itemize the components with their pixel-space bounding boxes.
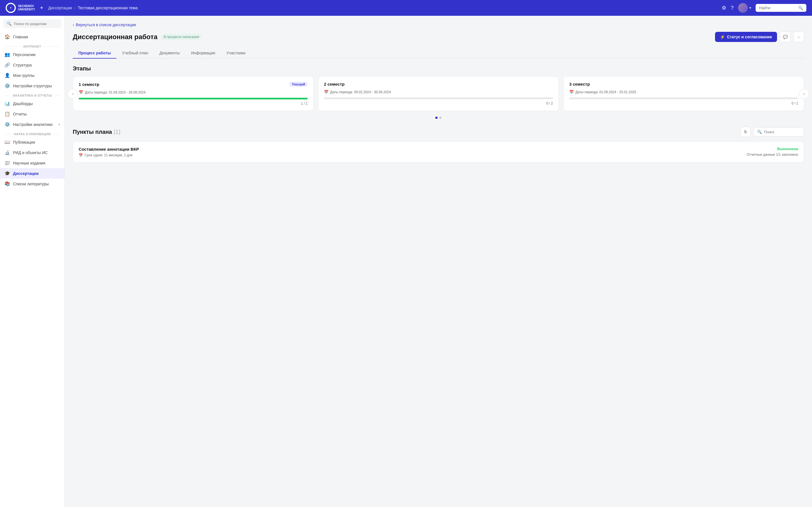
tab-participants[interactable]: Участники (221, 48, 251, 59)
due-calendar-icon: 📅 (79, 153, 83, 157)
plan-item-1-report-label: Отчетные данные (747, 153, 775, 157)
sort-icon: ⇅ (744, 129, 747, 134)
dot-1[interactable] (435, 117, 438, 119)
global-search[interactable]: 🔍 (756, 4, 806, 12)
sidebar: 🔍 🏠 Главная ИНТРАНЕТ 👥 Персоналии 🔗 Стру… (0, 16, 65, 507)
stage-card-3-header: 3 семестр (569, 82, 798, 87)
stage-1-dates: 📅 Даты периода 01.09.2023 - 28.08.2024 (79, 90, 308, 94)
sidebar-item-analytics-settings[interactable]: ⚙️ Настройки аналитики ▾ (0, 119, 64, 129)
groups-icon: 👤 (4, 73, 10, 78)
stage-3-progress-bar (569, 98, 798, 99)
sidebar-item-home[interactable]: 🏠 Главная (0, 32, 64, 42)
chevron-down-icon: ▾ (749, 6, 751, 10)
stage-2-name: 2 семестр (324, 82, 345, 87)
sidebar-item-label: Настройки структуры (13, 83, 52, 88)
sidebar-item-label: Дашборды (13, 101, 33, 106)
breadcrumb-sep: › (74, 6, 75, 10)
stage-3-dates-label: Даты периода (575, 90, 598, 94)
pin-icon[interactable]: ✦ (40, 5, 44, 11)
stage-3-name: 3 семестр (569, 82, 590, 87)
dot-2[interactable] (439, 117, 442, 119)
stage-2-dates-label: Даты периода (330, 90, 352, 94)
search-input[interactable] (759, 6, 796, 10)
back-link[interactable]: ‹ Вернуться в список диссертации (73, 22, 804, 27)
page-header: Диссертационная работа В процессе написа… (73, 32, 804, 42)
sidebar-section-intranet: ИНТРАНЕТ (0, 42, 64, 49)
tab-process[interactable]: Процесс работы (73, 48, 116, 59)
stage-1-progress-fill (79, 98, 308, 100)
more-button[interactable]: ··· (794, 32, 804, 42)
sidebar-item-structure[interactable]: 🔗 Структура (0, 60, 64, 70)
tabs: Процесс работы Учебный план Документы Ин… (73, 48, 804, 59)
stages-container: ‹ 1 семестр Текущий 📅 Даты периода 01.09… (73, 76, 804, 111)
stage-next-button[interactable]: › (799, 89, 809, 99)
plan-item-1-due-value: 11 месяцев, 2 дня (104, 153, 133, 157)
sidebar-item-label: Структура (13, 63, 32, 67)
sidebar-item-label: Главная (13, 35, 28, 39)
user-menu[interactable]: ▾ (738, 3, 751, 13)
breadcrumb: Диссертации › Тестовая диссертационная т… (48, 6, 717, 10)
stage-1-count: 1 / 1 (79, 102, 308, 106)
chevron-icon: ▾ (58, 122, 60, 126)
filters-icon[interactable]: ⚙ (722, 5, 726, 11)
comment-button[interactable]: 💬 (780, 32, 791, 42)
back-link-text: Вернуться в список диссертации (76, 22, 136, 27)
sidebar-item-dissertations[interactable]: 🎓 Диссертации (0, 168, 64, 179)
status-button[interactable]: ⚡ Статус и согласование (715, 32, 777, 42)
more-icon: ··· (797, 35, 801, 39)
logo-circle: S (6, 3, 16, 13)
stage-prev-button[interactable]: ‹ (68, 89, 78, 99)
plan-item-1-report-value: 1/1 заполнено (776, 153, 798, 157)
tab-documents[interactable]: Документы (154, 48, 185, 59)
main-content: ‹ Вернуться в список диссертации Диссерт… (65, 16, 812, 507)
page-title: Диссертационная работа (73, 33, 158, 41)
sidebar-search-icon: 🔍 (7, 21, 11, 26)
plan-item-1-status: Выполнена (777, 147, 798, 151)
settings-icon: ⚙️ (4, 83, 10, 89)
lightning-icon: ⚡ (720, 35, 725, 39)
stages-row: 1 семестр Текущий 📅 Даты периода 01.09.2… (73, 76, 804, 111)
stage-3-count: 0 / 1 (569, 101, 798, 105)
plan-search[interactable]: 🔍 (753, 127, 804, 136)
page-header-right: ⚡ Статус и согласование 💬 ··· (715, 32, 804, 42)
page-header-left: Диссертационная работа В процессе написа… (73, 33, 202, 41)
avatar (738, 3, 748, 13)
help-icon[interactable]: ? (731, 5, 733, 11)
sidebar-item-label: Диссертации (13, 171, 39, 176)
structure-icon: 🔗 (4, 62, 10, 68)
calendar-icon-2: 📅 (324, 90, 328, 94)
plan-item-1-left: Составление аннотации ВКР 📅 Срок сдачи 1… (79, 147, 747, 157)
sidebar-item-reports[interactable]: 📋 Отчеты (0, 109, 64, 119)
status-button-label: Статус и согласование (727, 35, 772, 39)
plan-item-1-name: Составление аннотации ВКР (79, 147, 747, 152)
sidebar-item-publications[interactable]: 📖 Публикации (0, 137, 64, 147)
sidebar-item-literature[interactable]: 📚 Списки литературы (0, 179, 64, 189)
calendar-icon: 📅 (79, 90, 83, 94)
status-badge: В процессе написания (161, 34, 202, 40)
tab-curriculum[interactable]: Учебный план (116, 48, 154, 59)
plan-item-1-due-label: Срок сдачи (85, 153, 102, 157)
rid-icon: 🔬 (4, 150, 10, 155)
sidebar-item-dashboards[interactable]: 📊 Дашборды (0, 98, 64, 109)
sidebar-item-label: Отчеты (13, 112, 27, 116)
tab-info[interactable]: Информация (186, 48, 221, 59)
sort-button[interactable]: ⇅ (741, 127, 751, 137)
sidebar-item-personnel[interactable]: 👥 Персоналии (0, 49, 64, 60)
sidebar-item-my-groups[interactable]: 👤 Мои группы (0, 70, 64, 80)
breadcrumb-home[interactable]: Диссертации (48, 6, 72, 10)
sidebar-item-science-editions[interactable]: 📰 Научные издания (0, 158, 64, 168)
sidebar-item-label: Настройки аналитики (13, 122, 52, 127)
plan-search-input[interactable] (764, 130, 801, 134)
sidebar-item-label: Мои группы (13, 73, 35, 78)
pagination-dots (73, 117, 804, 119)
sidebar-item-structure-settings[interactable]: ⚙️ Настройки структуры (0, 80, 64, 91)
literature-icon: 📚 (4, 181, 10, 186)
analytics-settings-icon: ⚙️ (4, 122, 10, 127)
sidebar-search[interactable]: 🔍 (3, 19, 61, 28)
sidebar-item-rid[interactable]: 🔬 РИД и объекты ИС (0, 147, 64, 158)
sidebar-search-input[interactable] (14, 22, 58, 26)
reports-icon: 📋 (4, 111, 10, 117)
dashboards-icon: 📊 (4, 101, 10, 106)
stage-2-progress-bar (324, 98, 553, 99)
topnav-actions: ⚙ ? ▾ 🔍 (722, 3, 806, 13)
